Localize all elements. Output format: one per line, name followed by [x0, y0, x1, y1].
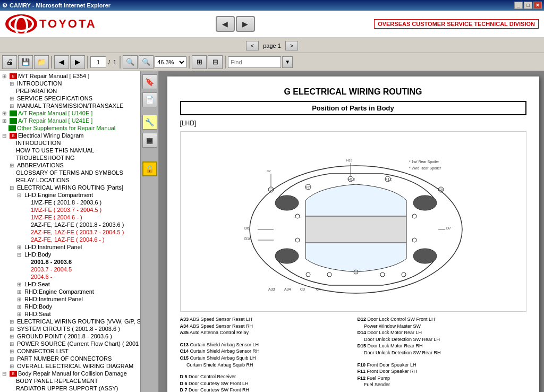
close-button[interactable]: ✕	[533, 2, 542, 9]
part-item: Power Window Master SW	[358, 323, 526, 330]
fit-width-button[interactable]: ⊞	[192, 55, 207, 69]
svg-point-4	[275, 249, 299, 263]
lock-icon[interactable]: 🔒	[142, 161, 157, 176]
zoom-in-button[interactable]: 🔍	[139, 55, 154, 69]
svg-point-40	[402, 272, 406, 277]
find-button[interactable]: ▼	[282, 56, 293, 68]
minimize-button[interactable]: _	[514, 2, 523, 9]
tree-item[interactable]: ⊞SYSTEM CIRCUITS ( 2001.8 - 2003.6 )	[0, 325, 140, 333]
tree-item[interactable]: 1MZ-FE ( 2004.6 - )	[0, 214, 140, 221]
tree-item[interactable]: ⊞SERVICE SPECIFICATIONS	[0, 95, 140, 102]
tree-item[interactable]: ⊟LHD:Engine Compartment	[0, 191, 140, 199]
find-input[interactable]	[228, 56, 281, 68]
title-bar: ⚙ CAMRY - Microsoft Internet Explorer _ …	[0, 0, 544, 11]
part-item: F11 Front Door Speaker RH	[358, 368, 526, 375]
svg-point-5	[413, 249, 437, 263]
doc-forward-button[interactable]: ▶	[70, 55, 85, 69]
svg-text:C7: C7	[267, 169, 271, 173]
parts-col-right: D12 Door Lock Control SW Front LH Power …	[358, 316, 526, 392]
folder-button[interactable]: 📁	[34, 55, 49, 69]
tree-item[interactable]: TROUBLESHOOTING	[0, 154, 140, 161]
document-view: 🔖 📄 🔧 ▤ 🔒 ? 💬 G ELECTRICAL WIRING ROUTIN…	[141, 71, 544, 392]
svg-text:C3: C3	[300, 287, 305, 291]
tree-item[interactable]: ⊞RHD:Engine Compartment	[0, 288, 140, 295]
tree-item[interactable]: ⊞ABBREVIATIONS	[0, 161, 140, 169]
app-icon: ⚙	[2, 2, 7, 9]
doc-back-button[interactable]: ◀	[54, 55, 69, 69]
tree-item[interactable]: ⊞RHD:Instrument Panel	[0, 295, 140, 303]
nav-back-button[interactable]: ◀	[216, 16, 235, 32]
zoom-out-button[interactable]: 🔍	[123, 55, 138, 69]
maximize-button[interactable]: □	[524, 2, 532, 9]
tree-item[interactable]: ⊞POWER SOURCE (Current Flow Chart) ( 200…	[0, 340, 140, 347]
part-item: A35 Auto Antenna Control Relay	[180, 329, 349, 336]
bookmark-icon[interactable]: 🔖	[142, 74, 157, 89]
tree-item[interactable]: ⊞LHD:Seat	[0, 280, 140, 288]
part-item: C14 Curtain Shield Airbag Sensor RH	[180, 348, 349, 355]
doc-icon[interactable]: 📄	[142, 92, 157, 107]
right-panel: 🔖 📄 🔧 ▤ 🔒 ? 💬 G ELECTRICAL WIRING ROUTIN…	[141, 71, 544, 392]
document-subtitle: Position of Parts in Body	[180, 101, 526, 115]
tree-item[interactable]: ⊞GROUND POINT ( 2001.8 - 2003.6 )	[0, 333, 140, 340]
tree-item[interactable]: RELAY LOCATIONS	[0, 176, 140, 184]
tree-item[interactable]: 1MZ-FE ( 2001.8 - 2003.6 )	[0, 199, 140, 206]
tree-item[interactable]: GLOSSARY OF TERMS AND SYMBOLS	[0, 169, 140, 176]
tree-item[interactable]: ⊞PART NUMBER OF CONNECTORS	[0, 355, 140, 362]
tree-item[interactable]: INTRODUCTION	[0, 139, 140, 147]
svg-point-32	[295, 214, 300, 218]
tree-item[interactable]: ⊟BBody Repair Manual for Collision Damag…	[0, 370, 140, 377]
svg-text:D10: D10	[244, 237, 251, 241]
page-total: 1	[112, 59, 117, 65]
tree-item[interactable]: 2AZ-FE, 1AZ-FE ( 2004.6 - )	[0, 236, 140, 243]
tree-item[interactable]: RADIATOR UPPER SUPPORT (ASSY)	[0, 385, 140, 392]
tree-item[interactable]: 1MZ-FE ( 2003.7 - 2004.5 )	[0, 206, 140, 214]
tree-item[interactable]: 2001.8 - 2003.6	[0, 258, 140, 266]
tree-item[interactable]: ⊟LHD:Body	[0, 251, 140, 258]
content-area: ⊞BM/T Repair Manual [ E354 ]⊞INTRODUCTIO…	[0, 71, 544, 392]
print-button[interactable]: 🖨	[2, 55, 17, 69]
tree-item[interactable]: ⊞LHD:Instrument Panel	[0, 243, 140, 251]
tree-item[interactable]: 2003.7 - 2004.5	[0, 266, 140, 273]
svg-point-37	[327, 272, 332, 277]
tree-item[interactable]: ⊞INTRODUCTION	[0, 80, 140, 87]
tree-item[interactable]: 2AZ-FE, 1AZ-FE ( 2001.8 - 2003.6 )	[0, 221, 140, 228]
toyota-header: TOYOTA ◀ ▶ OVERSEAS CUSTOMER SERVICE TEC…	[0, 11, 544, 38]
division-text: OVERSEAS CUSTOMER SERVICE TECHNICAL DIVI…	[374, 19, 539, 29]
tree-item[interactable]: ⊟BElectrical Wiring Diagram	[0, 132, 140, 139]
tree-item[interactable]: ⊞A/T Repair Manual [ U140E ]	[0, 109, 140, 117]
tree-item[interactable]: ⊞CONNECTOR LIST	[0, 347, 140, 355]
tree-item[interactable]: 2AZ-FE, 1AZ-FE ( 2003.7 - 2004.5 )	[0, 228, 140, 236]
tree-item[interactable]: ⊞A/T Repair Manual [ U241E ]	[0, 117, 140, 124]
tree-item[interactable]: Other Supplements for Repair Manual	[0, 124, 140, 132]
tree-item[interactable]: ⊞OVERALL ELECTRICAL WIRING DIAGRAM	[0, 362, 140, 370]
tree-item[interactable]: PREPARATION	[0, 87, 140, 95]
svg-text:D7: D7	[446, 226, 451, 230]
toyota-logo: TOYOTA	[5, 14, 97, 33]
tree-item[interactable]: HOW TO USE THIS NAMUAL	[0, 147, 140, 154]
tree-item[interactable]: ⊞ELECTRICAL WIRING ROUTING [VVW, G/P, SA	[0, 318, 140, 325]
page-sep: /	[107, 59, 111, 65]
prev-page-button[interactable]: <	[246, 41, 259, 50]
window-controls: _ □ ✕	[514, 2, 542, 9]
next-page-button[interactable]: >	[285, 41, 298, 50]
nav-forward-button[interactable]: ▶	[236, 16, 255, 32]
tree-item[interactable]: BODY PANEL REPLACEMENT	[0, 377, 140, 385]
svg-text:H18: H18	[346, 159, 353, 162]
save-button[interactable]: 💾	[18, 55, 33, 69]
svg-text:H18: H18	[348, 177, 355, 181]
fit-page-button[interactable]: ⊟	[208, 55, 223, 69]
layers-icon[interactable]: ▤	[142, 133, 157, 148]
car-svg: C7 C7 F7 H18 H18 F12	[181, 132, 526, 311]
page-input[interactable]	[90, 56, 106, 68]
svg-point-34	[295, 238, 300, 242]
tree-item[interactable]: ⊞RHD:Seat	[0, 310, 140, 318]
tree-item[interactable]: 2004.6 -	[0, 273, 140, 280]
document-title: G ELECTRICAL WIRING ROUTING	[180, 87, 526, 97]
zoom-select[interactable]: 46.3% 50% 75% 100%	[155, 56, 186, 68]
tools-icon[interactable]: 🔧	[142, 115, 157, 130]
tree-sidebar: ⊞BM/T Repair Manual [ E354 ]⊞INTRODUCTIO…	[0, 71, 141, 392]
tree-item[interactable]: ⊞BM/T Repair Manual [ E354 ]	[0, 72, 140, 80]
tree-item[interactable]: ⊞MANUAL TRANSMISSION/TRANSAXLE	[0, 102, 140, 109]
tree-item[interactable]: ⊞RHD:Body	[0, 303, 140, 310]
tree-item[interactable]: ⊟ELECTRICAL WIRING ROUTING [Parts]	[0, 184, 140, 191]
